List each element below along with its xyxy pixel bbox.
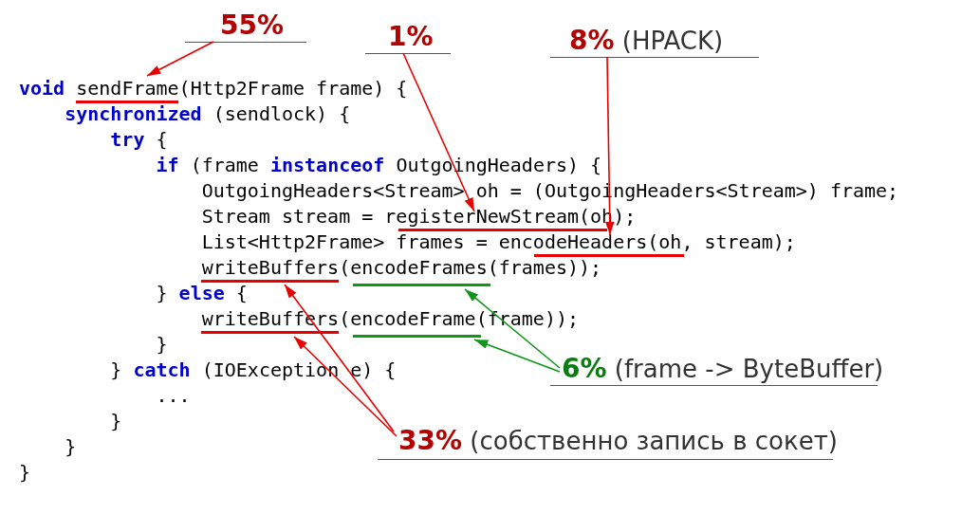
ul-encodeFrames [353, 284, 490, 286]
ul-encodeFrame [353, 335, 481, 338]
ul-encodeHeaders [534, 254, 684, 257]
l4r: OutgoingHeaders) { [384, 154, 601, 176]
kw-instanceof: instanceof [270, 154, 384, 176]
l7: List<Http2Frame> frames = encodeHeaders(… [202, 230, 796, 253]
l3r: { [144, 128, 167, 151]
arrow-55 [147, 42, 213, 76]
anno-1: 1% [388, 19, 434, 55]
anno-55-pct: 55% [220, 9, 284, 41]
anno-6: 6% (frame -> ByteBuffer) [562, 351, 883, 387]
l6: Stream stream = registerNewStream(oh); [202, 205, 637, 228]
l14: } [110, 410, 121, 432]
kw-catch: catch [133, 358, 190, 381]
kw-try: try [110, 128, 144, 151]
anno-1-ul [365, 53, 451, 54]
anno-8-ul [550, 57, 759, 58]
anno-1-pct: 1% [388, 21, 434, 52]
anno-6-pct: 6% [562, 353, 607, 384]
l2r: (sendlock) { [202, 102, 351, 125]
anno-8-note: (HPACK) [615, 27, 724, 55]
anno-55-ul [185, 42, 306, 43]
anno-55: 55% [220, 8, 284, 44]
kw-sync: synchronized [65, 102, 202, 125]
sig: (Http2Frame frame) { [179, 77, 408, 100]
anno-33-pct: 33% [398, 425, 462, 456]
l8: writeBuffers(encodeFrames(frames)); [202, 256, 601, 279]
anno-6-note: (frame -> ByteBuffer) [607, 355, 884, 383]
ul-writeBuffers-2 [201, 331, 339, 334]
kw-void: void [19, 77, 65, 100]
l15: } [65, 435, 76, 458]
ul-sendFrame [76, 101, 178, 103]
anno-8: 8% (HPACK) [569, 23, 723, 59]
fn-sendFrame: sendFrame [76, 77, 178, 100]
l11: } [157, 333, 168, 356]
kw-else: else [179, 282, 225, 304]
l16: } [19, 461, 30, 484]
anno-33: 33% (собственно запись в сокет) [398, 423, 838, 459]
l4m: (frame [179, 154, 270, 176]
l12r: (IOException e) { [191, 358, 397, 381]
l5: OutgoingHeaders<Stream> oh = (OutgoingHe… [202, 179, 899, 202]
ul-writeBuffers-1 [201, 280, 339, 283]
anno-33-ul [378, 459, 833, 460]
l13: ... [157, 384, 191, 407]
l9b: } [157, 282, 179, 304]
kw-if: if [157, 154, 179, 176]
anno-6-ul [550, 385, 878, 386]
l9r: { [225, 282, 248, 304]
ul-registerNewStream [398, 229, 607, 231]
anno-33-note: (собственно запись в сокет) [462, 427, 838, 455]
l10: writeBuffers(encodeFrame(frame)); [202, 307, 579, 330]
l12b: } [110, 358, 133, 381]
anno-8-pct: 8% [569, 25, 615, 56]
